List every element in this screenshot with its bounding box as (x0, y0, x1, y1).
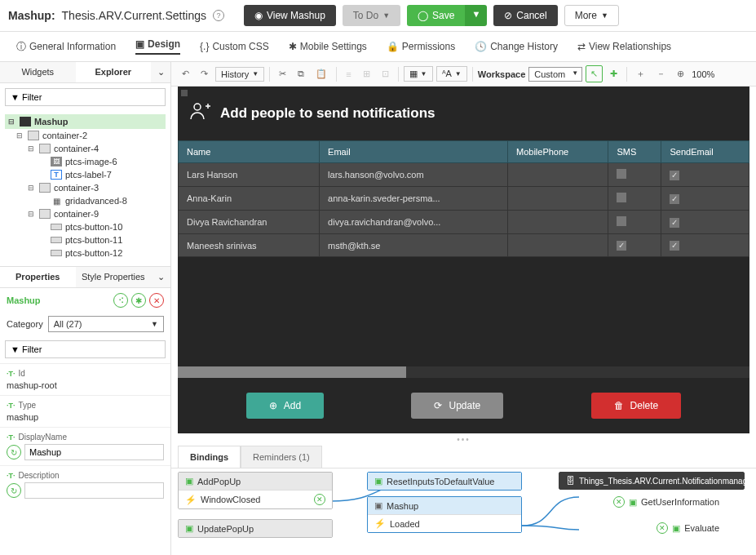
tab-explorer[interactable]: Explorer (76, 62, 152, 82)
database-icon: 🗄 (566, 476, 575, 486)
delete-button[interactable]: 🗑 Delete (591, 393, 682, 419)
add-widget-icon[interactable]: ✚ (606, 66, 621, 82)
sendemail-checkbox[interactable] (670, 241, 679, 251)
column-header[interactable]: MobilePhone (507, 141, 608, 163)
distribute-icon[interactable]: ⊞ (359, 66, 374, 82)
reset-icon[interactable]: ↻ (7, 483, 21, 498)
redo-icon[interactable]: ↷ (197, 66, 212, 82)
remove-binding-icon[interactable]: ✕ (657, 522, 668, 534)
tree-node-ptcs-image-6[interactable]: 🖼 ptcs-image-6 (5, 155, 166, 168)
cursor-icon[interactable]: ↖ (586, 65, 603, 82)
sendemail-checkbox[interactable] (670, 218, 679, 228)
cut-icon[interactable]: ✂ (275, 66, 290, 82)
tree-node-container-2[interactable]: ⊟ container-2 (5, 129, 166, 142)
binding-node-updatepopup[interactable]: ▣UpdatePopUp (178, 519, 333, 538)
remove-binding-icon[interactable]: ✕ (613, 496, 625, 508)
property-input[interactable] (24, 444, 164, 460)
remove-binding-icon[interactable]: ✕ (314, 494, 325, 505)
service-icon: ▣ (374, 476, 382, 486)
workspace-select[interactable]: Custom (528, 67, 582, 82)
paste-icon[interactable]: 📋 (312, 66, 331, 82)
eye-icon: ◉ (254, 10, 263, 21)
cancel-button[interactable]: ⊘ Cancel (493, 5, 557, 26)
binding-node-evaluate[interactable]: ✕▣Evaluate (579, 519, 726, 537)
tab-design[interactable]: ▣Design (135, 38, 180, 55)
help-icon[interactable]: ? (213, 10, 224, 21)
resize-handle-icon[interactable]: ••• (171, 433, 756, 446)
table-row[interactable]: Divya Ravichandrandivya.ravichandran@vol… (179, 211, 749, 234)
column-header[interactable]: Email (320, 141, 508, 163)
mashup-canvas[interactable]: Add people to send notifications NameEma… (178, 87, 749, 433)
tab-properties[interactable]: Properties (0, 267, 76, 287)
tab-reminders[interactable]: Reminders (1) (241, 446, 322, 468)
property-input[interactable] (24, 482, 164, 499)
add-button[interactable]: ⊕ Add (246, 393, 324, 419)
property-filter-input[interactable] (5, 340, 166, 358)
sendemail-checkbox[interactable] (670, 171, 679, 180)
undo-icon[interactable]: ↶ (178, 66, 193, 82)
tab-bindings[interactable]: Bindings (178, 446, 241, 468)
tree-node-container-3[interactable]: ⊟ container-3 (5, 181, 166, 194)
category-select[interactable]: All (27) ▼ (48, 316, 164, 332)
sms-checkbox[interactable] (617, 193, 626, 202)
tab-expand-icon[interactable]: ⌄ (151, 267, 170, 287)
sendemail-checkbox[interactable] (670, 194, 679, 204)
tree-node-ptcs-button-11[interactable]: ptcs-button-11 (5, 233, 166, 246)
copy-icon[interactable]: ⧉ (294, 66, 308, 82)
delete-icon[interactable]: ✕ (149, 293, 164, 308)
column-header[interactable]: SendEmail (661, 141, 749, 163)
binding-node-getuser[interactable]: ✕▣GetUserInformation (579, 493, 726, 511)
bindings-canvas[interactable]: ▣AddPopUp ⚡WindowClosed✕ ▣UpdatePopUp ▣R… (171, 468, 756, 555)
tab-style-properties[interactable]: Style Properties (76, 267, 152, 287)
layout-dropdown[interactable]: ▦ ▼ (404, 66, 433, 82)
resize-handle-icon[interactable] (181, 90, 188, 96)
column-header[interactable]: SMS (608, 141, 661, 163)
tree-node-ptcs-label-7[interactable]: T ptcs-label-7 (5, 168, 166, 181)
zoom-in-icon[interactable]: ＋ (632, 65, 649, 82)
column-header[interactable]: Name (179, 141, 320, 163)
tab-mobile-settings[interactable]: ✱Mobile Settings (289, 38, 367, 55)
save-dropdown-button[interactable]: ▼ (465, 5, 487, 26)
tab-expand-icon[interactable]: ⌄ (151, 62, 170, 82)
todo-button[interactable]: To Do ▼ (343, 5, 400, 26)
resize-icon[interactable]: ⊡ (378, 66, 393, 82)
sms-checkbox[interactable] (617, 216, 626, 226)
tab-change-history[interactable]: 🕓Change History (475, 38, 558, 55)
binding-node-reset[interactable]: ▣ResetInputsToDefaultValue (367, 472, 522, 491)
tree-root[interactable]: ⊟ Mashup (5, 114, 166, 129)
zoom-out-icon[interactable]: － (652, 65, 670, 82)
table-row[interactable]: Lars Hansonlars.hanson@volvo.com (179, 163, 749, 187)
gear-icon[interactable]: ✱ (131, 293, 146, 308)
tab-widgets[interactable]: Widgets (0, 62, 76, 82)
tree-node-container-9[interactable]: ⊟ container-9 (5, 207, 166, 220)
zoom-fit-icon[interactable]: ⊕ (673, 66, 688, 82)
table-row[interactable]: Anna-Karinanna-karin.sveder-persma... (179, 187, 749, 211)
explorer-filter-input[interactable] (5, 88, 166, 106)
tab-custom-css[interactable]: {.}Custom CSS (200, 38, 269, 55)
people-table[interactable]: NameEmailMobilePhoneSMSSendEmailLars Han… (178, 140, 749, 257)
view-mashup-button[interactable]: ◉ View Mashup (244, 5, 336, 26)
save-button[interactable]: ◯ Save (407, 5, 465, 26)
tab-general-information[interactable]: ⓘGeneral Information (16, 38, 116, 55)
tab-view-relationships[interactable]: ⇄View Relationships (577, 38, 671, 55)
sms-checkbox[interactable] (617, 241, 626, 251)
history-dropdown[interactable]: History ▼ (215, 67, 264, 82)
share-icon[interactable]: ⠪ (113, 293, 128, 308)
binding-node-datasource[interactable]: 🗄Things_Thesis.ARV.Current.Notificationm… (559, 472, 745, 490)
more-button[interactable]: More ▼ (564, 5, 619, 26)
reset-icon[interactable]: ↻ (7, 445, 21, 460)
mashup-icon: ▣ (185, 523, 193, 534)
sms-checkbox[interactable] (617, 169, 626, 179)
tab-permissions[interactable]: 🔒Permissions (387, 38, 455, 55)
table-row[interactable]: Maneesh srinivasmsth@kth.se (179, 234, 749, 257)
binding-node-mashup[interactable]: ▣Mashup ⚡Loaded (367, 496, 522, 533)
update-button[interactable]: ⟳ Update (411, 393, 503, 419)
tree-node-container-4[interactable]: ⊟ container-4 (5, 142, 166, 155)
horizontal-scrollbar[interactable] (178, 366, 749, 378)
binding-node-addpopup[interactable]: ▣AddPopUp ⚡WindowClosed✕ (178, 472, 333, 509)
text-dropdown[interactable]: ᴬA ▼ (436, 66, 467, 82)
tree-node-ptcs-button-12[interactable]: ptcs-button-12 (5, 246, 166, 260)
tree-node-gridadvanced-8[interactable]: ▦ gridadvanced-8 (5, 194, 166, 207)
align-icon[interactable]: ≡ (342, 67, 355, 82)
tree-node-ptcs-button-10[interactable]: ptcs-button-10 (5, 220, 166, 233)
